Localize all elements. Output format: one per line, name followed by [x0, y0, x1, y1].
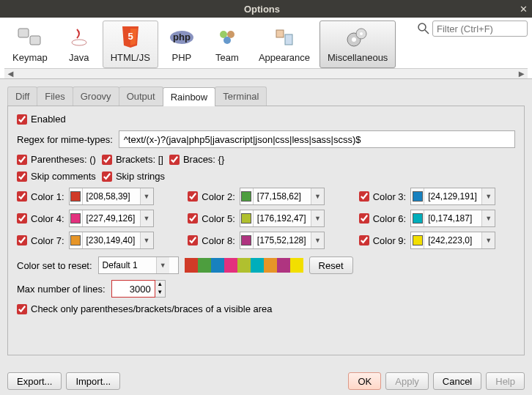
apply-button[interactable]: Apply: [385, 372, 429, 390]
toolbar-keymap[interactable]: Keymap: [4, 21, 56, 68]
html5-icon: 5: [117, 24, 144, 51]
tab-terminal[interactable]: Terminal: [215, 86, 267, 106]
chevron-down-icon: ▼: [481, 232, 495, 248]
regex-label: Regex for mime-types:: [17, 134, 113, 145]
close-icon[interactable]: ✕: [520, 4, 528, 15]
chevron-down-icon: ▼: [311, 232, 324, 248]
maxlines-input[interactable]: [111, 280, 155, 298]
color-3-combo[interactable]: [24,129,191]▼: [410, 188, 495, 205]
ok-button[interactable]: OK: [348, 372, 381, 390]
color-1-checkbox[interactable]: Color 1:: [17, 191, 64, 202]
toolbar-team[interactable]: Team: [205, 21, 249, 68]
chevron-down-icon: ▼: [140, 188, 153, 204]
svg-point-15: [418, 23, 426, 31]
color-5-checkbox[interactable]: Color 5:: [188, 213, 235, 224]
color-7-combo[interactable]: [230,149,40]▼: [69, 232, 154, 249]
tab-diff[interactable]: Diff: [7, 86, 37, 106]
color-5-combo[interactable]: [176,192,47]▼: [240, 210, 325, 227]
team-icon: [214, 24, 240, 51]
color-item-7: Color 7:[230,149,40]▼: [17, 232, 173, 249]
filter-input[interactable]: [432, 21, 528, 37]
spinner-down-icon[interactable]: ▼: [155, 289, 165, 297]
skip-comments-checkbox[interactable]: Skip comments: [17, 171, 96, 182]
palette-preview: [185, 258, 303, 273]
color-item-9: Color 9:[242,223,0]▼: [359, 232, 515, 249]
chevron-down-icon: ▼: [311, 188, 324, 204]
svg-point-8: [223, 37, 231, 44]
color-7-checkbox[interactable]: Color 7:: [17, 235, 64, 246]
toolbar-java[interactable]: Java: [57, 21, 101, 68]
color-1-combo[interactable]: [208,58,39]▼: [69, 188, 154, 205]
chevron-down-icon: ▼: [311, 210, 324, 226]
appearance-icon: [271, 24, 298, 51]
dialog-footer: Export... Import... OK Apply Cancel Help: [0, 367, 532, 395]
parentheses-checkbox[interactable]: Parentheses: (): [17, 154, 96, 165]
color-2-combo[interactable]: [77,158,62]▼: [240, 188, 325, 205]
help-button[interactable]: Help: [486, 372, 525, 390]
window-title: Options: [4, 4, 520, 15]
svg-rect-10: [285, 34, 292, 45]
spinner-up-icon[interactable]: ▲: [155, 281, 165, 289]
maxlines-label: Max number of lines:: [17, 284, 106, 295]
colorset-combo[interactable]: Default 1▼: [98, 256, 179, 274]
export-button[interactable]: Export...: [7, 372, 62, 390]
category-toolbar: Keymap Java 5 HTML/JS php PHP Team Appea…: [0, 18, 532, 79]
color-4-checkbox[interactable]: Color 4:: [17, 213, 64, 224]
svg-point-14: [360, 32, 363, 35]
color-6-combo[interactable]: [0,174,187]▼: [410, 210, 495, 227]
cancel-button[interactable]: Cancel: [433, 372, 481, 390]
php-icon: php: [169, 24, 195, 51]
toolbar-htmljs[interactable]: 5 HTML/JS: [103, 21, 158, 68]
skip-strings-checkbox[interactable]: Skip strings: [102, 171, 165, 182]
color-6-checkbox[interactable]: Color 6:: [359, 213, 407, 224]
colorset-label: Color set to reset:: [17, 260, 92, 271]
svg-point-12: [352, 37, 356, 42]
chevron-down-icon: ▼: [481, 210, 495, 226]
chevron-down-icon: ▼: [156, 257, 169, 273]
color-2-checkbox[interactable]: Color 2:: [188, 191, 235, 202]
svg-rect-0: [18, 29, 29, 37]
toolbar-scrollbar[interactable]: ◄►: [4, 68, 528, 78]
color-8-combo[interactable]: [175,52,128]▼: [240, 232, 325, 249]
toolbar-miscellaneous[interactable]: Miscellaneous: [319, 21, 396, 68]
tab-rainbow[interactable]: Rainbow: [163, 87, 216, 106]
tab-groovy[interactable]: Groovy: [73, 86, 119, 106]
color-3-checkbox[interactable]: Color 3:: [359, 191, 407, 202]
svg-text:5: 5: [128, 31, 133, 42]
chevron-down-icon: ▼: [140, 232, 153, 248]
color-item-1: Color 1:[208,58,39]▼: [17, 188, 173, 205]
color-8-checkbox[interactable]: Color 8:: [188, 235, 235, 246]
color-9-checkbox[interactable]: Color 9:: [359, 235, 407, 246]
enabled-checkbox[interactable]: Enabled: [17, 114, 66, 125]
chevron-down-icon: ▼: [140, 210, 153, 226]
color-9-combo[interactable]: [242,223,0]▼: [410, 232, 495, 249]
tab-files[interactable]: Files: [37, 86, 73, 106]
java-icon: [66, 24, 92, 51]
svg-text:php: php: [173, 32, 191, 43]
color-item-3: Color 3:[24,129,191]▼: [359, 188, 515, 205]
regex-input[interactable]: [119, 130, 515, 148]
tab-row: Diff Files Groovy Output Rainbow Termina…: [7, 86, 525, 106]
svg-line-16: [425, 30, 429, 34]
visible-area-checkbox[interactable]: Check only parentheses/brackets/braces o…: [17, 303, 273, 314]
tab-output[interactable]: Output: [119, 86, 163, 106]
color-4-combo[interactable]: [227,49,126]▼: [69, 210, 154, 227]
toolbar-php[interactable]: php PHP: [160, 21, 204, 68]
search-icon: [418, 23, 429, 34]
braces-checkbox[interactable]: Braces: {}: [169, 154, 224, 165]
maxlines-spinner[interactable]: ▲▼: [111, 280, 166, 298]
brackets-checkbox[interactable]: Brackets: []: [102, 154, 163, 165]
reset-button[interactable]: Reset: [309, 256, 353, 274]
color-item-6: Color 6:[0,174,187]▼: [359, 210, 515, 227]
svg-rect-1: [30, 36, 40, 45]
rainbow-panel: Enabled Regex for mime-types: Parenthese…: [7, 106, 525, 355]
color-item-4: Color 4:[227,49,126]▼: [17, 210, 173, 227]
toolbar-appearance[interactable]: Appearance: [251, 21, 318, 68]
svg-rect-9: [276, 30, 284, 37]
color-item-5: Color 5:[176,192,47]▼: [188, 210, 344, 227]
gear-icon: [344, 24, 371, 51]
color-item-2: Color 2:[77,158,62]▼: [188, 188, 344, 205]
import-button[interactable]: Import...: [66, 372, 120, 390]
titlebar: Options ✕: [0, 0, 532, 18]
svg-point-2: [72, 40, 86, 45]
